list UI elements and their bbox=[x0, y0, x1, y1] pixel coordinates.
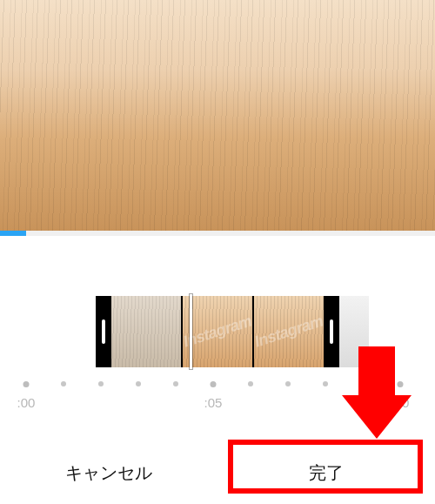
trim-playhead[interactable] bbox=[190, 294, 192, 369]
trim-handle-right[interactable] bbox=[324, 296, 339, 367]
video-preview[interactable] bbox=[0, 0, 435, 231]
time-scale: :00:05:10 bbox=[0, 381, 435, 420]
cancel-button[interactable]: キャンセル bbox=[0, 441, 218, 504]
overflow-right bbox=[339, 296, 369, 367]
scale-dot bbox=[360, 381, 365, 386]
trim-frame: Instagram bbox=[254, 296, 324, 367]
scale-dot bbox=[23, 381, 30, 387]
watermark-text: Instagram bbox=[252, 312, 325, 351]
trim-frame: Instagram bbox=[183, 296, 252, 367]
video-trimmer[interactable]: Instagram Instagram bbox=[0, 296, 435, 367]
scale-label: :00 bbox=[17, 395, 36, 410]
trim-frames: Instagram Instagram bbox=[111, 296, 324, 367]
scale-dot bbox=[248, 381, 253, 386]
scale-dot bbox=[98, 381, 104, 386]
scale-dot bbox=[285, 381, 291, 386]
done-button[interactable]: 完了 bbox=[218, 441, 435, 504]
scale-label: :05 bbox=[204, 395, 223, 410]
progress-track bbox=[0, 231, 435, 236]
trim-selection[interactable]: Instagram Instagram bbox=[96, 296, 339, 367]
scale-dot bbox=[211, 381, 217, 387]
scale-dot bbox=[173, 381, 178, 386]
progress-fill bbox=[0, 231, 26, 236]
scale-label: :10 bbox=[392, 395, 410, 410]
scale-dot bbox=[61, 381, 66, 386]
scale-dot bbox=[323, 381, 328, 386]
scale-dot bbox=[398, 381, 404, 387]
button-bar: キャンセル 完了 bbox=[0, 441, 435, 504]
trim-handle-left[interactable] bbox=[96, 296, 111, 367]
scale-dot bbox=[136, 381, 141, 386]
trim-frame bbox=[111, 296, 181, 367]
